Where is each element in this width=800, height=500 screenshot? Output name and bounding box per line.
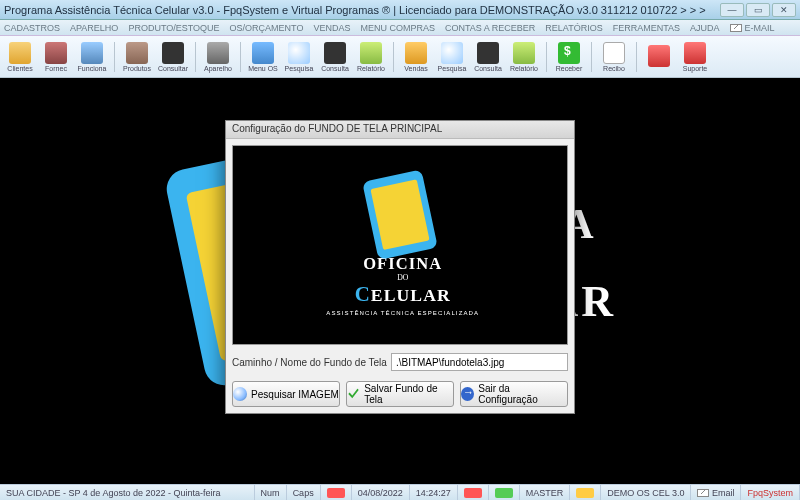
indicator-red-icon bbox=[327, 488, 345, 498]
toolbar-label: Receber bbox=[556, 65, 582, 72]
toolbar-label: Funciona bbox=[78, 65, 107, 72]
receb-icon bbox=[558, 42, 580, 64]
vendas-button[interactable]: Vendas bbox=[400, 38, 432, 76]
toolbar-separator bbox=[114, 42, 115, 72]
produtos-button[interactable]: Produtos bbox=[121, 38, 153, 76]
search-image-button[interactable]: Pesquisar IMAGEM bbox=[232, 381, 340, 407]
consulta-os-button[interactable]: Consulta bbox=[319, 38, 351, 76]
preview-line1: OFICINA bbox=[326, 254, 479, 273]
toolbar-label: Relatório bbox=[357, 65, 385, 72]
minimize-button[interactable]: — bbox=[720, 3, 744, 17]
toolbar-label: Pesquisa bbox=[285, 65, 314, 72]
menu-produto[interactable]: PRODUTO/ESTOQUE bbox=[128, 23, 219, 33]
search-image-label: Pesquisar IMAGEM bbox=[251, 389, 339, 400]
menu-cadastros[interactable]: CADASTROS bbox=[4, 23, 60, 33]
status-bar: SUA CIDADE - SP 4 de Agosto de 2022 - Qu… bbox=[0, 484, 800, 500]
funciona-button[interactable]: Funciona bbox=[76, 38, 108, 76]
pesquisa-os-button[interactable]: Pesquisa bbox=[283, 38, 315, 76]
suporte-button[interactable]: Suporte bbox=[679, 38, 711, 76]
clientes-button[interactable]: Clientes bbox=[4, 38, 36, 76]
toolbar-label: Fornec bbox=[45, 65, 67, 72]
indicator-red2-icon bbox=[464, 488, 482, 498]
wrench-icon bbox=[378, 192, 423, 237]
rel-icon bbox=[360, 42, 382, 64]
status-caps: Caps bbox=[287, 485, 321, 500]
status-num: Num bbox=[255, 485, 287, 500]
save-background-button[interactable]: Salvar Fundo de Tela bbox=[346, 381, 454, 407]
toolbar-separator bbox=[240, 42, 241, 72]
relatorio-vendas-button[interactable]: Relatório bbox=[508, 38, 540, 76]
pesq-icon bbox=[441, 42, 463, 64]
menu-os[interactable]: OS/ORÇAMENTO bbox=[230, 23, 304, 33]
close-button[interactable]: ✕ bbox=[772, 3, 796, 17]
produt-icon bbox=[126, 42, 148, 64]
exit-icon bbox=[461, 387, 474, 401]
toolbar-label: Relatório bbox=[510, 65, 538, 72]
preview-line3: CELULAR bbox=[326, 282, 479, 306]
fornec-button[interactable]: Fornec bbox=[40, 38, 72, 76]
receber-button[interactable]: Receber bbox=[553, 38, 585, 76]
preview-sub: ASSISTÊNCIA TÉCNICA ESPECIALIZADA bbox=[326, 309, 479, 316]
fornec-icon bbox=[45, 42, 67, 64]
indicator-green-icon bbox=[495, 488, 513, 498]
toolbar-separator bbox=[195, 42, 196, 72]
toolbar-separator bbox=[546, 42, 547, 72]
dialog-title: Configuração do FUNDO DE TELA PRINCIPAL bbox=[226, 121, 574, 139]
status-date-city: SUA CIDADE - SP 4 de Agosto de 2022 - Qu… bbox=[0, 485, 255, 500]
menu-relatorios[interactable]: RELATÓRIOS bbox=[545, 23, 602, 33]
supp-icon bbox=[684, 42, 706, 64]
exit-config-label: Sair da Configuração bbox=[478, 383, 567, 405]
status-demo: DEMO OS CEL 3.0 bbox=[601, 485, 691, 500]
supp-icon bbox=[648, 45, 670, 67]
funcion-icon bbox=[81, 42, 103, 64]
indicator-yellow-icon bbox=[576, 488, 594, 498]
consult-icon bbox=[324, 42, 346, 64]
toolbar-label: Consulta bbox=[474, 65, 502, 72]
menu-icon bbox=[252, 42, 274, 64]
clients-icon bbox=[9, 42, 31, 64]
toolbar-label: Recibo bbox=[603, 65, 625, 72]
menu-os-button[interactable]: Menu OS bbox=[247, 38, 279, 76]
status-time: 14:24:27 bbox=[410, 485, 458, 500]
consult-icon bbox=[477, 42, 499, 64]
menu-ajuda[interactable]: AJUDA bbox=[690, 23, 720, 33]
menu-email-label: E-MAIL bbox=[745, 23, 775, 33]
workspace: OFICINA DO CELULAR ASSISTÊNCIA TÉCNICA E… bbox=[0, 78, 800, 484]
status-brand: FpqSystem bbox=[741, 485, 800, 500]
config-dialog: Configuração do FUNDO DE TELA PRINCIPAL … bbox=[225, 120, 575, 414]
check-icon bbox=[347, 387, 360, 401]
path-input[interactable] bbox=[391, 353, 568, 371]
consulta-vendas-button[interactable]: Consulta bbox=[472, 38, 504, 76]
exit-config-button[interactable]: Sair da Configuração bbox=[460, 381, 568, 407]
menu-email[interactable]: E-MAIL bbox=[730, 23, 775, 33]
pesquisa-vendas-button[interactable]: Pesquisa bbox=[436, 38, 468, 76]
menu-bar: CADASTROS APARELHO PRODUTO/ESTOQUE OS/OR… bbox=[0, 20, 800, 36]
toolbar-label: Clientes bbox=[7, 65, 32, 72]
toolbar-separator bbox=[636, 42, 637, 72]
path-label: Caminho / Nome do Fundo de Tela bbox=[232, 357, 387, 368]
window-titlebar: Programa Assistência Técnica Celular v3.… bbox=[0, 0, 800, 20]
status-email[interactable]: Email bbox=[691, 485, 741, 500]
status-master: MASTER bbox=[520, 485, 571, 500]
menu-ferramentas[interactable]: FERRAMENTAS bbox=[613, 23, 680, 33]
rel-icon bbox=[513, 42, 535, 64]
extra1-button[interactable] bbox=[643, 38, 675, 76]
recibo-button[interactable]: Recibo bbox=[598, 38, 630, 76]
aparel-icon bbox=[207, 42, 229, 64]
menu-compras[interactable]: MENU COMPRAS bbox=[360, 23, 435, 33]
menu-vendas[interactable]: VENDAS bbox=[313, 23, 350, 33]
pesq-icon bbox=[288, 42, 310, 64]
consultar-produtos-button[interactable]: Consultar bbox=[157, 38, 189, 76]
menu-contas[interactable]: CONTAS A RECEBER bbox=[445, 23, 535, 33]
background-preview: OFICINA DO CELULAR ASSISTÊNCIA TÉCNICA E… bbox=[232, 145, 568, 345]
save-background-label: Salvar Fundo de Tela bbox=[364, 383, 453, 405]
maximize-button[interactable]: ▭ bbox=[746, 3, 770, 17]
email-icon bbox=[697, 489, 709, 497]
toolbar-label: Vendas bbox=[404, 65, 427, 72]
relatorio-os-button[interactable]: Relatório bbox=[355, 38, 387, 76]
toolbar-label: Aparelho bbox=[204, 65, 232, 72]
menu-aparelho[interactable]: APARELHO bbox=[70, 23, 118, 33]
aparelho-button[interactable]: Aparelho bbox=[202, 38, 234, 76]
vend-icon bbox=[405, 42, 427, 64]
email-icon bbox=[730, 24, 742, 32]
